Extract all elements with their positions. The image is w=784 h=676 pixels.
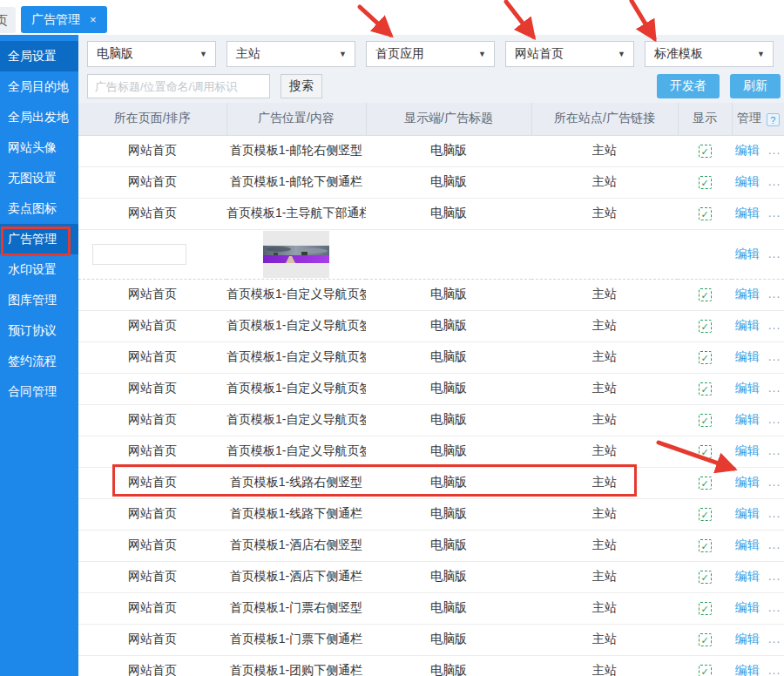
more-actions[interactable]: ... [768,247,781,260]
visible-checkbox[interactable]: ✓ [699,288,712,301]
main-panel: 电脑版▼主站▼首页应用▼网站首页▼标准模板▼ 搜索 开发者 刷新 所在页面/排序… [78,35,784,676]
search-input[interactable] [87,74,270,98]
edit-link[interactable]: 编辑 [735,600,760,614]
sidebar-item[interactable]: 无图设置 [0,163,78,193]
sidebar-item[interactable]: 签约流程 [0,346,78,376]
sidebar-item[interactable]: 网站头像 [0,132,78,163]
sidebar-item[interactable]: 水印设置 [0,254,78,285]
visible-checkbox[interactable]: ✓ [699,207,712,220]
more-actions[interactable]: ... [768,412,781,426]
edit-link[interactable]: 编辑 [735,287,760,301]
cell-site: 主站 [531,592,678,624]
more-actions[interactable]: ... [768,600,781,614]
table-row: 网站首页首页模板1-自定义导航页签右侧2电脑版主站✓编辑... [78,310,784,341]
visible-checkbox[interactable]: ✓ [699,539,712,552]
filter-select[interactable]: 网站首页▼ [505,41,634,67]
more-actions[interactable]: ... [768,174,781,188]
developer-button[interactable]: 开发者 [657,74,720,98]
sidebar-item[interactable]: 广告管理 [0,224,78,254]
filter-select[interactable]: 电脑版▼ [87,41,216,67]
more-actions[interactable]: ... [768,318,781,332]
cell-visible: ✓ [678,592,732,624]
edit-link[interactable]: 编辑 [735,663,760,676]
visible-checkbox[interactable]: ✓ [699,602,712,615]
sidebar-item[interactable]: 全局设置 [0,41,78,71]
cell-page: 网站首页 [78,135,226,166]
edit-link[interactable]: 编辑 [735,506,760,520]
edit-link[interactable]: 编辑 [735,537,760,551]
table-row: 网站首页首页模板1-门票右侧竖型电脑版主站✓编辑... [78,592,784,624]
visible-checkbox[interactable]: ✓ [699,633,712,646]
cell-position: 首页模板1-邮轮右侧竖型 [226,135,366,166]
cell-manage: 编辑... [732,467,784,498]
visible-checkbox[interactable]: ✓ [699,414,712,427]
sidebar-item[interactable]: 全局目的地 [0,71,78,102]
edit-link[interactable]: 编辑 [735,174,760,188]
filter-select-value: 主站 [236,46,260,62]
visible-checkbox[interactable]: ✓ [699,477,712,490]
help-icon[interactable]: ? [767,113,780,126]
edit-link[interactable]: 编辑 [735,143,760,157]
more-actions[interactable]: ... [768,287,781,301]
edit-link[interactable]: 编辑 [735,412,760,426]
filter-select-value: 网站首页 [515,46,564,62]
cell-page: 网站首页 [78,624,226,655]
edit-link[interactable]: 编辑 [735,569,760,583]
filter-select[interactable]: 标准模板▼ [645,41,774,67]
sidebar-item[interactable]: 预订协议 [0,315,78,346]
visible-checkbox[interactable]: ✓ [699,145,712,158]
filter-select[interactable]: 首页应用▼ [366,41,495,67]
cell-image [226,229,366,279]
cell-manage: 编辑... [732,135,784,166]
more-actions[interactable]: ... [768,349,781,363]
cell-site: 主站 [531,436,678,467]
filter-select[interactable]: 主站▼ [226,41,355,67]
sidebar-item[interactable]: 全局出发地 [0,102,78,132]
more-actions[interactable]: ... [768,475,781,489]
visible-checkbox[interactable]: ✓ [699,665,712,676]
visible-checkbox[interactable]: ✓ [699,176,712,189]
edit-link[interactable]: 编辑 [735,475,760,489]
edit-link[interactable]: 编辑 [735,349,760,363]
ad-image-thumbnail[interactable] [263,231,329,278]
visible-checkbox[interactable]: ✓ [699,320,712,333]
more-actions[interactable]: ... [768,381,781,395]
more-actions[interactable]: ... [768,632,781,646]
edit-link[interactable]: 编辑 [735,247,760,260]
cell-position: 首页模板1-团购下侧通栏 [226,655,366,676]
search-button[interactable]: 搜索 [280,74,322,98]
more-actions[interactable]: ... [768,443,781,457]
more-actions[interactable]: ... [768,143,781,157]
more-actions[interactable]: ... [768,663,781,676]
cell-device: 电脑版 [366,592,531,624]
more-actions[interactable]: ... [768,506,781,520]
more-actions[interactable]: ... [768,569,781,583]
col-header-position: 广告位置/内容 [226,103,366,135]
cell-device: 电脑版 [366,341,531,373]
refresh-button[interactable]: 刷新 [730,74,781,98]
more-actions[interactable]: ... [768,206,781,220]
tab-close-icon[interactable]: × [90,13,97,26]
visible-checkbox[interactable]: ✓ [699,351,712,364]
tab-overflow[interactable]: 页 [0,7,16,33]
sidebar-item[interactable]: 图库管理 [0,285,78,315]
edit-link[interactable]: 编辑 [735,443,760,457]
edit-link[interactable]: 编辑 [735,318,760,332]
visible-checkbox[interactable]: ✓ [699,382,712,395]
cell-page: 网站首页 [78,655,226,676]
tab-ad-management[interactable]: 广告管理 × [21,6,107,33]
more-actions[interactable]: ... [768,537,781,551]
visible-checkbox[interactable]: ✓ [699,571,712,584]
cell-visible: ✓ [678,373,732,404]
sidebar-item[interactable]: 卖点图标 [0,193,78,224]
sidebar-item[interactable]: 合同管理 [0,376,78,407]
sort-input[interactable] [92,244,186,265]
cell-site: 主站 [531,341,678,373]
edit-link[interactable]: 编辑 [735,632,760,646]
visible-checkbox[interactable]: ✓ [699,445,712,458]
search-row: 搜索 开发者 刷新 [87,74,784,98]
cell-page: 网站首页 [78,592,226,624]
edit-link[interactable]: 编辑 [735,381,760,395]
edit-link[interactable]: 编辑 [735,206,760,220]
visible-checkbox[interactable]: ✓ [699,508,712,521]
